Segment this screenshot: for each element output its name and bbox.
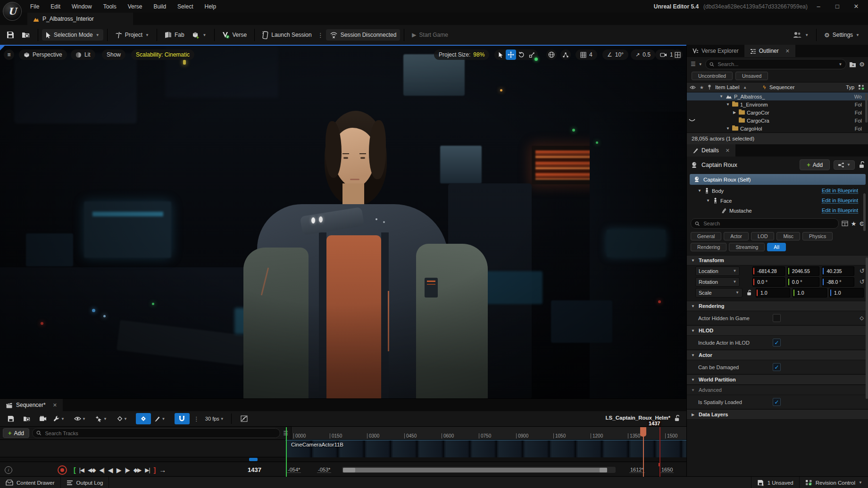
playback-range-end[interactable]: 1650 — [660, 467, 674, 473]
rotation-x-field[interactable]: 0.0 ° — [752, 277, 785, 287]
section-rendering[interactable]: ▼ Rendering — [687, 301, 868, 311]
launch-options-dots[interactable]: ⋮ — [316, 32, 326, 39]
reset-default-diamond-icon[interactable]: ◇ — [860, 315, 864, 321]
revision-control-dropdown[interactable]: Revision Control ▼ — [799, 477, 868, 488]
viewport-3d[interactable]: ≡ Perspective Lit Show Scalability: Cine… — [0, 45, 686, 399]
content-drawer-button[interactable]: Content Drawer — [0, 477, 61, 488]
track-name[interactable]: CineCameraActor11B — [291, 442, 343, 447]
menu-tools[interactable]: Tools — [98, 0, 122, 13]
camera-cuts-filmstrip[interactable] — [285, 440, 686, 457]
filter-actor[interactable]: Actor — [724, 232, 749, 240]
multi-user-dropdown[interactable]: ▼ — [789, 29, 812, 41]
reset-rotation-icon[interactable]: ↺ — [860, 278, 865, 285]
chevron-down-icon[interactable]: ▼ — [699, 62, 702, 66]
expand-arrow-icon[interactable]: ▼ — [726, 126, 730, 131]
step-back-button[interactable]: ◀| — [98, 467, 106, 473]
edit-in-blueprint-link[interactable]: Edit in Blueprint — [822, 207, 858, 214]
show-dropdown[interactable]: Show — [102, 50, 125, 60]
unsaved-button[interactable]: ★ 1 Unsaved — [751, 477, 799, 488]
sequencer-column-bolt-icon[interactable]: ϟ — [763, 84, 766, 90]
location-y-field[interactable]: 2046.55 — [787, 266, 820, 276]
sequence-name[interactable]: LS_Captain_Roux_Helm* — [606, 415, 670, 421]
visibility-column-eye-icon[interactable] — [690, 85, 696, 90]
snap-toggle-button[interactable] — [175, 413, 190, 424]
menu-verse[interactable]: Verse — [122, 0, 148, 13]
scale-z-field[interactable]: 1.0 — [829, 288, 864, 298]
details-search-input[interactable] — [702, 220, 834, 227]
expand-arrow-icon[interactable]: ▼ — [726, 102, 730, 107]
maximize-button[interactable]: □ — [829, 1, 845, 12]
rotation-z-field[interactable]: -88.0 ° — [822, 277, 854, 287]
view-range-start2[interactable]: -053* — [317, 467, 331, 473]
scale-tool[interactable] — [526, 50, 537, 60]
close-button[interactable]: ✕ — [848, 1, 864, 12]
menu-help[interactable]: Help — [199, 0, 222, 13]
favorites-star-icon[interactable]: ★ — [851, 220, 857, 227]
previous-key-button[interactable]: ◀◆ — [86, 467, 97, 473]
filter-lod[interactable]: LOD — [751, 232, 775, 240]
tab-verse-explorer[interactable]: Verse Explorer — [687, 45, 744, 57]
pin-column-icon[interactable] — [708, 84, 711, 90]
save-sequence-button[interactable] — [4, 413, 18, 424]
add-component-button[interactable]: + Add — [800, 159, 830, 170]
outliner-search-input[interactable] — [717, 61, 835, 67]
location-dropdown[interactable]: Location ▼ — [695, 266, 740, 276]
project-size-badge[interactable]: Project Size: 98% — [434, 50, 489, 60]
close-icon[interactable]: ✕ — [53, 402, 57, 408]
to-end-button[interactable]: ▶| — [143, 467, 151, 473]
menu-select[interactable]: Select — [172, 0, 199, 13]
expand-arrow-icon[interactable]: ▼ — [697, 189, 702, 193]
filter-misc[interactable]: Misc — [776, 232, 800, 240]
grid-snap-group[interactable]: 4 — [576, 50, 597, 60]
search-tracks-box[interactable] — [32, 428, 280, 438]
tab-sequencer[interactable]: Sequencer* ✕ — [0, 399, 63, 411]
perspective-dropdown[interactable]: Perspective — [19, 50, 67, 60]
component-row-self[interactable]: Captain Roux (Self) — [690, 174, 866, 185]
outliner-scrollbar[interactable] — [865, 93, 868, 123]
surface-snapping[interactable] — [560, 50, 571, 60]
col-type[interactable]: Typ — [846, 84, 854, 90]
expand-arrow-icon[interactable]: ▼ — [706, 199, 710, 203]
content-browser-button[interactable] — [18, 29, 34, 41]
viewport-menu-button[interactable]: ≡ — [4, 50, 14, 60]
view-range-end[interactable]: 1612* — [629, 467, 645, 473]
filter-rendering[interactable]: Rendering — [691, 243, 726, 251]
details-searchbox[interactable] — [691, 218, 839, 229]
reset-location-icon[interactable]: ↺ — [860, 267, 865, 274]
rotation-y-field[interactable]: 0.0 ° — [787, 277, 820, 287]
section-advanced[interactable]: ▼ Advanced — [687, 385, 868, 395]
blueprint-dropdown[interactable]: ▼ — [834, 160, 855, 170]
level-tab[interactable]: P_Albatross_Interior — [27, 13, 133, 25]
scrollbar-left-cap[interactable] — [343, 468, 355, 472]
close-icon[interactable]: ✕ — [785, 48, 790, 54]
scale-snap-group[interactable]: ↗ 0.5 — [631, 50, 655, 60]
scrollbar-right-cap[interactable] — [600, 468, 607, 472]
details-scrollbar[interactable] — [866, 257, 868, 399]
add-track-button[interactable]: + Add — [3, 428, 29, 438]
tab-details[interactable]: Details ✕ — [687, 144, 735, 157]
step-forward-button[interactable]: |▶ — [123, 467, 131, 473]
create-camera-button[interactable] — [36, 413, 50, 424]
launch-session-button[interactable]: Launch Session — [259, 29, 315, 41]
col-sequencer[interactable]: Sequencer — [769, 84, 794, 90]
can-damage-checkbox[interactable]: ✓ — [773, 363, 781, 371]
fps-dropdown[interactable]: 30 fps ▼ — [204, 413, 225, 424]
section-data-layers[interactable]: ▶ Data Layers — [687, 409, 868, 420]
outliner-row-folder[interactable]: ▼ 1_Environm Fol — [687, 100, 868, 108]
spatially-loaded-checkbox[interactable]: ✓ — [773, 398, 781, 406]
edit-mode-dropdown[interactable]: ▼ — [153, 413, 167, 424]
jump-button[interactable]: → — [157, 466, 168, 474]
eye-closed-icon[interactable] — [689, 119, 695, 123]
auto-key-button[interactable] — [136, 413, 151, 424]
keyframe-options-dropdown[interactable]: ▼ — [115, 413, 129, 424]
scale-y-field[interactable]: 1.0 — [793, 288, 827, 298]
to-front-button[interactable]: |◀ — [77, 467, 86, 473]
add-content-dropdown[interactable]: + ▼ — [188, 29, 210, 41]
filter-physics[interactable]: Physics — [802, 232, 833, 240]
outliner-row-folder[interactable]: ▶ CargoCor Fol — [687, 108, 868, 116]
chevron-down-icon[interactable]: ▼ — [838, 62, 842, 66]
select-tool[interactable] — [495, 50, 506, 60]
component-row-face[interactable]: ▼ Face Edit in Blueprint — [687, 196, 868, 206]
chip-unsaved[interactable]: Unsaved — [735, 72, 768, 80]
minimize-button[interactable]: – — [810, 1, 826, 12]
